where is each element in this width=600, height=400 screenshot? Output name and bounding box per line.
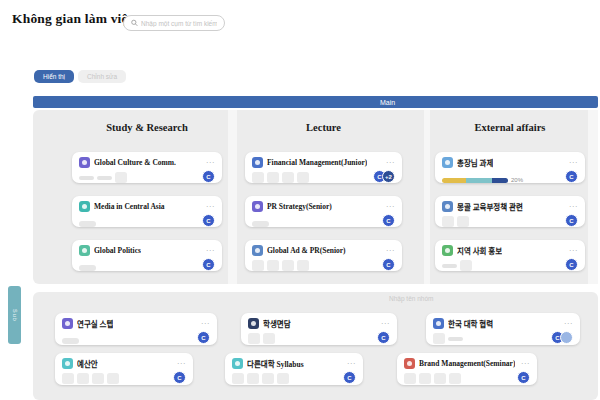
task-card[interactable]: 연구실 스텝···C <box>55 313 217 345</box>
brand-task-icon <box>404 358 415 369</box>
placeholder-chip <box>434 373 446 384</box>
card-menu-button[interactable]: ··· <box>381 322 390 325</box>
sub-board-tab[interactable]: Sub <box>8 286 21 344</box>
card-placeholders <box>252 260 309 271</box>
tab-display[interactable]: Hiển thị <box>34 70 74 83</box>
card-menu-button[interactable]: ··· <box>206 161 215 164</box>
card-avatars: C <box>177 371 186 384</box>
task-card[interactable]: 몽골 교육부정책 관련···C <box>435 196 585 227</box>
placeholder-chip <box>460 260 472 271</box>
card-menu-button[interactable]: ··· <box>564 322 573 325</box>
search-icon <box>131 19 138 27</box>
card-avatars: C <box>206 258 215 271</box>
card-menu-button[interactable]: ··· <box>386 205 395 208</box>
avatar <box>560 331 573 344</box>
task-card[interactable]: Global Ad & PR(Senior)···C <box>245 240 402 271</box>
card-placeholders <box>79 221 96 227</box>
card-menu-button[interactable]: ··· <box>386 249 395 252</box>
card-menu-button[interactable]: ··· <box>201 322 210 325</box>
media-course-icon <box>79 201 90 212</box>
placeholder-chip <box>252 221 269 227</box>
card-avatars: C <box>201 331 210 344</box>
placeholder-chip <box>457 216 469 227</box>
avatar: C <box>197 331 210 344</box>
placeholder-chip <box>252 172 264 183</box>
finance-course-icon <box>252 157 263 168</box>
policy-task-icon <box>442 201 453 212</box>
sub-board-tab-label: Sub <box>12 309 18 322</box>
placeholder-chip <box>297 260 309 271</box>
card-title: Media in Central Asia <box>94 202 165 211</box>
budget-task-icon <box>62 358 73 369</box>
board-column: LectureFinancial Management(Junior)···C+… <box>245 110 402 284</box>
task-card[interactable]: 예산안···C <box>55 353 193 385</box>
task-card[interactable]: PR Strategy(Senior)···C <box>245 196 402 227</box>
column-title: Study & Research <box>72 122 222 133</box>
task-card[interactable]: 한국 대학 협력···C <box>426 313 580 345</box>
placeholder-chip <box>62 338 79 344</box>
placeholder-chip <box>282 172 294 183</box>
task-card[interactable]: 지역 사회 홍보···C <box>435 240 585 271</box>
placeholder-chip <box>282 260 294 271</box>
search-field[interactable] <box>141 20 217 27</box>
column-title: External affairs <box>435 122 585 133</box>
placeholder-chip <box>448 337 463 341</box>
placeholder-chip <box>419 373 431 384</box>
task-card[interactable]: Financial Management(Junior)···C+2 <box>245 152 402 183</box>
task-card[interactable]: Media in Central Asia···C <box>72 196 222 227</box>
card-avatars: C <box>206 170 215 183</box>
card-menu-button[interactable]: ··· <box>569 161 578 164</box>
column-title: Lecture <box>245 122 402 133</box>
card-menu-button[interactable]: ··· <box>206 249 215 252</box>
card-menu-button[interactable]: ··· <box>177 362 186 365</box>
placeholder-chip <box>79 265 96 271</box>
task-card[interactable]: Brand Management(Seminar)···C <box>397 353 537 385</box>
card-avatars: C <box>347 371 356 384</box>
card-title: Global Politics <box>94 246 141 255</box>
card-title: 연구실 스텝 <box>77 318 113 329</box>
card-placeholders <box>79 172 127 183</box>
card-placeholders <box>232 373 289 384</box>
avatar: C <box>202 214 215 227</box>
placeholder-chip <box>267 260 279 271</box>
cooperation-task-icon <box>433 318 444 329</box>
card-menu-button[interactable]: ··· <box>347 362 356 365</box>
search-input[interactable] <box>123 15 225 31</box>
card-placeholders <box>442 260 472 271</box>
card-menu-button[interactable]: ··· <box>206 205 215 208</box>
tab-edit[interactable]: Chỉnh sửa <box>78 70 126 83</box>
task-card[interactable]: 총장님 과제···20%C <box>435 152 585 183</box>
ad-course-icon <box>252 245 263 256</box>
card-avatars: C <box>569 258 578 271</box>
card-title: Brand Management(Seminar) <box>419 359 515 368</box>
student-task-icon <box>248 318 259 329</box>
placeholder-chip <box>77 373 89 384</box>
card-avatars: C <box>381 331 390 344</box>
card-menu-button[interactable]: ··· <box>569 205 578 208</box>
main-section-bar[interactable]: Main <box>33 96 598 108</box>
view-tabs: Hiển thị Chỉnh sửa <box>34 70 126 83</box>
avatar: C <box>565 258 578 271</box>
placeholder-chip <box>262 373 274 384</box>
sub-board-hint: Nhập tên nhóm <box>389 295 433 302</box>
avatar: C <box>202 170 215 183</box>
chart-task-icon <box>442 157 453 168</box>
task-card[interactable]: 다른대학 Syllabus···C <box>225 353 363 385</box>
card-menu-button[interactable]: ··· <box>569 249 578 252</box>
placeholder-chip <box>247 373 259 384</box>
avatar: C <box>377 331 390 344</box>
task-card[interactable]: 학생면담···C <box>241 313 397 345</box>
task-card[interactable]: Global Culture & Comm.···C <box>72 152 222 183</box>
card-menu-button[interactable]: ··· <box>521 362 530 365</box>
task-card[interactable]: Global Politics···C <box>72 240 222 271</box>
sub-board: Nhập tên nhóm 연구실 스텝···C학생면담···C한국 대학 협력… <box>33 292 598 400</box>
avatar: C <box>565 170 578 183</box>
placeholder-chip <box>263 333 275 344</box>
board-column: Study & ResearchGlobal Culture & Comm.··… <box>72 110 222 284</box>
card-placeholders <box>62 373 119 384</box>
card-placeholders <box>62 338 79 344</box>
progress-label: 20% <box>511 177 523 183</box>
card-menu-button[interactable]: ··· <box>386 161 395 164</box>
card-placeholders <box>433 333 463 344</box>
avatar: C <box>382 258 395 271</box>
